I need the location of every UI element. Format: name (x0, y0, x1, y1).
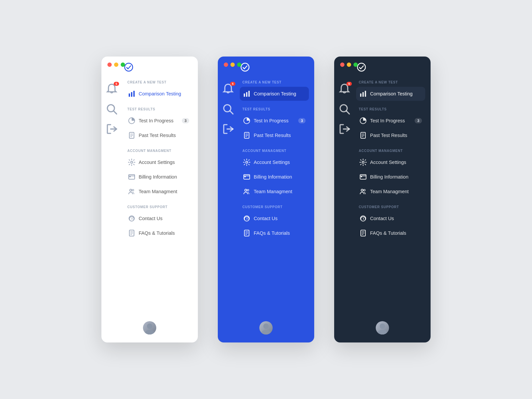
nav-item-badge-test-in-progress: 3 (415, 118, 422, 123)
light-yellow[interactable] (114, 63, 118, 67)
section-label-2: ACCOUNT MANAGMENT (356, 149, 425, 153)
nav-content: CREATE A NEW TEST Comparison TestingTEST… (355, 57, 431, 342)
logout-icon-button[interactable] (222, 123, 234, 135)
light-red[interactable] (107, 63, 112, 67)
svg-point-20 (132, 190, 134, 191)
nav-item-contact-us[interactable]: Contact Us (125, 211, 193, 225)
nav-item-icon-pie-chart (359, 117, 367, 124)
nav-item-text-past-test-results: Past Test Results (254, 133, 291, 138)
nav-content: CREATE A NEW TEST Comparison TestingTEST… (122, 57, 198, 342)
user-avatar[interactable] (259, 321, 273, 334)
traffic-lights (107, 63, 125, 67)
svg-rect-44 (244, 176, 246, 177)
light-green[interactable] (353, 63, 358, 67)
light-green[interactable] (237, 63, 241, 67)
nav-item-faqs-tutorials[interactable]: FAQs & Tutorials (356, 226, 425, 240)
nav-item-account-settings[interactable]: Account Settings (125, 155, 193, 169)
nav-item-text-past-test-results: Past Test Results (370, 133, 407, 138)
svg-point-27 (241, 63, 249, 71)
nav-item-icon-bar-chart (243, 90, 250, 97)
nav-item-comparison-testing[interactable]: Comparison Testing (356, 87, 425, 101)
section-label-0: CREATE A NEW TEST (240, 80, 309, 84)
light-yellow[interactable] (230, 63, 235, 67)
svg-point-19 (130, 189, 132, 191)
svg-rect-8 (133, 91, 135, 97)
nav-item-icon-document (128, 132, 135, 139)
svg-point-46 (245, 189, 247, 191)
svg-point-15 (131, 161, 133, 163)
user-avatar[interactable] (143, 321, 156, 334)
svg-rect-35 (248, 91, 250, 97)
light-yellow[interactable] (347, 63, 351, 67)
notification-badge: 5 (114, 82, 119, 86)
nav-item-past-test-results[interactable]: Past Test Results (125, 128, 193, 142)
nav-item-comparison-testing[interactable]: Comparison Testing (240, 87, 309, 101)
svg-point-42 (246, 161, 248, 163)
nav-item-icon-document (359, 132, 367, 139)
nav-item-text-account-settings: Account Settings (139, 160, 175, 165)
nav-item-past-test-results[interactable]: Past Test Results (356, 128, 425, 142)
nav-item-text-past-test-results: Past Test Results (139, 133, 176, 138)
nav-item-icon-gear (128, 159, 135, 166)
nav-item-past-test-results[interactable]: Past Test Results (240, 128, 309, 142)
svg-point-58 (380, 324, 385, 329)
svg-rect-61 (362, 92, 364, 97)
light-green[interactable] (121, 63, 125, 67)
nav-item-text-team-managment: Team Managment (254, 189, 292, 194)
search-icon-button[interactable] (222, 103, 234, 115)
nav-item-text-contact-us: Contact Us (370, 216, 394, 221)
nav-item-team-managment[interactable]: Team Managment (240, 185, 309, 199)
nav-item-icon-doc-lines (243, 229, 250, 237)
nav-item-account-settings[interactable]: Account Settings (356, 155, 425, 169)
nav-item-billing-information[interactable]: Billing Information (240, 170, 309, 184)
search-icon-button[interactable] (106, 103, 118, 115)
notification-icon-button[interactable]: 5 (106, 83, 118, 95)
nav-item-comparison-testing[interactable]: Comparison Testing (125, 87, 193, 101)
notification-badge: 5 (346, 82, 352, 86)
notification-icon-button[interactable]: 5 (222, 83, 234, 95)
svg-point-69 (362, 161, 364, 163)
light-red[interactable] (224, 63, 228, 67)
nav-item-icon-credit-card (128, 173, 135, 181)
nav-item-contact-us[interactable]: Contact Us (356, 211, 425, 225)
nav-item-icon-gear (359, 159, 367, 166)
search-icon-button[interactable] (338, 103, 350, 115)
logout-icon-button[interactable] (106, 123, 118, 135)
svg-line-29 (230, 111, 233, 114)
section-label-2: ACCOUNT MANAGMENT (240, 149, 309, 153)
icon-rail: 5 (334, 57, 355, 342)
section-label-3: CUSTOMER SUPPORT (240, 205, 309, 209)
svg-point-54 (357, 63, 365, 71)
nav-item-text-billing-information: Billing Information (370, 174, 408, 180)
nav-item-faqs-tutorials[interactable]: FAQs & Tutorials (125, 226, 193, 240)
svg-rect-62 (365, 91, 366, 97)
nav-item-billing-information[interactable]: Billing Information (356, 170, 425, 184)
nav-item-text-test-in-progress: Test In Progress (139, 118, 174, 123)
logo-area (240, 63, 250, 72)
nav-item-billing-information[interactable]: Billing Information (125, 170, 193, 184)
nav-item-team-managment[interactable]: Team Managment (125, 185, 193, 199)
panel-dark: 5 CREATE A NEW TEST Comparison TestingTE… (334, 57, 431, 342)
logout-icon-button[interactable] (338, 123, 350, 135)
nav-item-faqs-tutorials[interactable]: FAQs & Tutorials (240, 226, 309, 240)
nav-item-account-settings[interactable]: Account Settings (240, 155, 309, 169)
nav-item-icon-pie-chart (128, 117, 135, 124)
notification-icon-button[interactable]: 5 (338, 83, 350, 95)
nav-item-test-in-progress[interactable]: Test In Progress3 (240, 114, 309, 128)
nav-item-test-in-progress[interactable]: Test In Progress3 (125, 114, 193, 128)
nav-item-test-in-progress[interactable]: Test In Progress3 (356, 114, 425, 128)
traffic-lights (224, 63, 241, 67)
nav-item-icon-doc-lines (128, 229, 135, 237)
icon-rail: 5 (218, 57, 238, 342)
traffic-lights (340, 63, 358, 67)
light-red[interactable] (340, 63, 344, 67)
svg-point-74 (364, 190, 365, 191)
nav-item-icon-headphone (359, 215, 367, 222)
section-label-2: ACCOUNT MANAGMENT (125, 149, 193, 153)
nav-item-text-billing-information: Billing Information (254, 174, 292, 180)
user-avatar[interactable] (376, 321, 389, 334)
nav-item-text-billing-information: Billing Information (139, 174, 177, 180)
nav-item-team-managment[interactable]: Team Managment (356, 185, 425, 199)
nav-item-contact-us[interactable]: Contact Us (240, 211, 309, 225)
svg-rect-60 (360, 93, 361, 97)
